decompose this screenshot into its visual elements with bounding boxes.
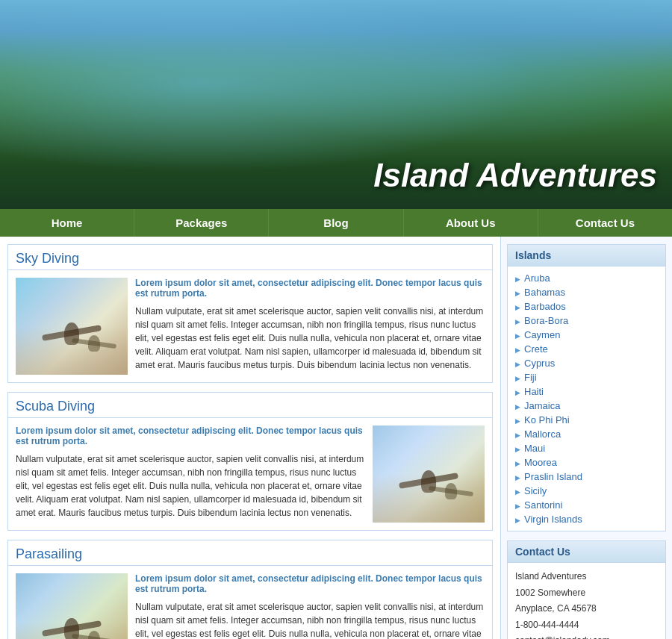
island-item[interactable]: Crete bbox=[515, 342, 658, 356]
content-area: Sky Diving Lorem ipsum dolor sit amet, c… bbox=[0, 237, 500, 639]
scuba-figure-arms-1 bbox=[399, 473, 458, 489]
scuba-figure-body-1 bbox=[421, 470, 436, 493]
island-item[interactable]: Praslin Island bbox=[515, 470, 658, 484]
contact-info: Island Adventures 1002 Somewhere Anyplac… bbox=[508, 563, 665, 639]
parasailing-lead: Lorem ipsum dolor sit amet, consectetur … bbox=[135, 573, 485, 594]
island-item[interactable]: Ko Phi Phi bbox=[515, 413, 658, 427]
island-item[interactable]: Moorea bbox=[515, 455, 658, 470]
figure-arms-1 bbox=[42, 325, 102, 341]
parasailing-figure-body-1 bbox=[64, 618, 79, 639]
islands-list: ArubaBahamasBarbadosBora-BoraCaymenCrete… bbox=[508, 266, 665, 531]
figure-2 bbox=[72, 334, 116, 364]
contact-email: contact@islandadv.com bbox=[515, 633, 658, 639]
island-item[interactable]: Jamaica bbox=[515, 399, 658, 413]
skydiving-desc: Nullam vulputate, erat sit amet sceleris… bbox=[135, 305, 485, 372]
parasailing-image bbox=[16, 573, 128, 639]
parasailing-desc: Nullam vulputate, erat sit amet sceleris… bbox=[135, 600, 485, 639]
scuba-title: Scuba Diving bbox=[8, 393, 492, 418]
parasailing-figure-arms-1 bbox=[42, 620, 102, 637]
skydiving-lead: Lorem ipsum dolor sit amet, consectetur … bbox=[135, 278, 485, 299]
parasailing-figure-body-2 bbox=[88, 631, 100, 639]
scuba-figure-1 bbox=[399, 467, 458, 504]
nav-packages[interactable]: Packages bbox=[134, 209, 269, 237]
island-item[interactable]: Aruba bbox=[515, 271, 658, 285]
skydiving-title: Sky Diving bbox=[8, 245, 492, 270]
scuba-body: Lorem ipsum dolor sit amet, consectetur … bbox=[8, 418, 492, 530]
island-item[interactable]: Virgin Islands bbox=[515, 512, 658, 526]
nav-contact[interactable]: Contact Us bbox=[538, 209, 672, 237]
island-item[interactable]: Maui bbox=[515, 441, 658, 455]
island-item[interactable]: Bora-Bora bbox=[515, 314, 658, 328]
island-item[interactable]: Barbados bbox=[515, 299, 658, 314]
parasailing-text: Lorem ipsum dolor sit amet, consectetur … bbox=[135, 573, 485, 639]
parasailing-figure-2 bbox=[72, 629, 116, 639]
islands-box: Islands ArubaBahamasBarbadosBora-BoraCay… bbox=[507, 244, 666, 532]
islands-title: Islands bbox=[508, 245, 665, 266]
sidebar-contact-title: Contact Us bbox=[508, 541, 665, 563]
figure-arms-2 bbox=[72, 338, 116, 349]
site-title: Island Adventures bbox=[373, 157, 657, 194]
figure-body-1 bbox=[64, 322, 79, 345]
parasailing-section: Parasailing Lorem ipsum dolor sit amet, … bbox=[7, 540, 493, 639]
skydiving-image bbox=[16, 278, 128, 375]
nav-home[interactable]: Home bbox=[0, 209, 134, 237]
skydiving-text: Lorem ipsum dolor sit amet, consectetur … bbox=[135, 278, 485, 375]
island-item[interactable]: Santorini bbox=[515, 498, 658, 512]
contact-box: Contact Us Island Adventures 1002 Somewh… bbox=[507, 540, 666, 639]
scuba-section: Scuba Diving Lorem ipsum dolor sit amet,… bbox=[7, 392, 493, 531]
contact-address2: Anyplace, CA 45678 bbox=[515, 601, 658, 617]
figure-1 bbox=[42, 319, 102, 356]
scuba-figure-2 bbox=[429, 481, 473, 511]
scuba-text: Lorem ipsum dolor sit amet, consectetur … bbox=[16, 426, 365, 523]
contact-address1: 1002 Somewhere bbox=[515, 585, 658, 602]
figure-body-2 bbox=[88, 335, 100, 352]
island-item[interactable]: Cyprus bbox=[515, 356, 658, 370]
header: Island Adventures bbox=[0, 0, 672, 209]
scuba-image bbox=[373, 426, 485, 523]
main-content: Sky Diving Lorem ipsum dolor sit amet, c… bbox=[0, 237, 672, 639]
contact-phone: 1-800-444-4444 bbox=[515, 617, 658, 634]
scuba-desc: Nullam vulputate, erat sit amet sceleris… bbox=[16, 452, 365, 520]
scuba-figure-body-2 bbox=[445, 483, 457, 499]
island-item[interactable]: Fiji bbox=[515, 370, 658, 384]
navbar: Home Packages Blog About Us Contact Us bbox=[0, 209, 672, 237]
skydiving-body: Lorem ipsum dolor sit amet, consectetur … bbox=[8, 270, 492, 382]
parasailing-figure-arms-2 bbox=[72, 634, 116, 639]
scuba-figure-arms-2 bbox=[429, 486, 473, 496]
parasailing-body: Lorem ipsum dolor sit amet, consectetur … bbox=[8, 566, 492, 639]
island-item[interactable]: Bahamas bbox=[515, 285, 658, 299]
scuba-lead: Lorem ipsum dolor sit amet, consectetur … bbox=[16, 426, 365, 446]
island-item[interactable]: Mallorca bbox=[515, 427, 658, 441]
island-item[interactable]: Sicily bbox=[515, 484, 658, 498]
nav-blog[interactable]: Blog bbox=[269, 209, 403, 237]
skydiving-section: Sky Diving Lorem ipsum dolor sit amet, c… bbox=[7, 244, 493, 383]
parasailing-figure-1 bbox=[42, 614, 102, 639]
sidebar: Islands ArubaBahamasBarbadosBora-BoraCay… bbox=[500, 237, 672, 639]
island-item[interactable]: Haiti bbox=[515, 384, 658, 399]
island-item[interactable]: Caymen bbox=[515, 328, 658, 342]
nav-about[interactable]: About Us bbox=[404, 209, 538, 237]
parasailing-title: Parasailing bbox=[8, 540, 492, 566]
contact-company: Island Adventures bbox=[515, 569, 658, 585]
